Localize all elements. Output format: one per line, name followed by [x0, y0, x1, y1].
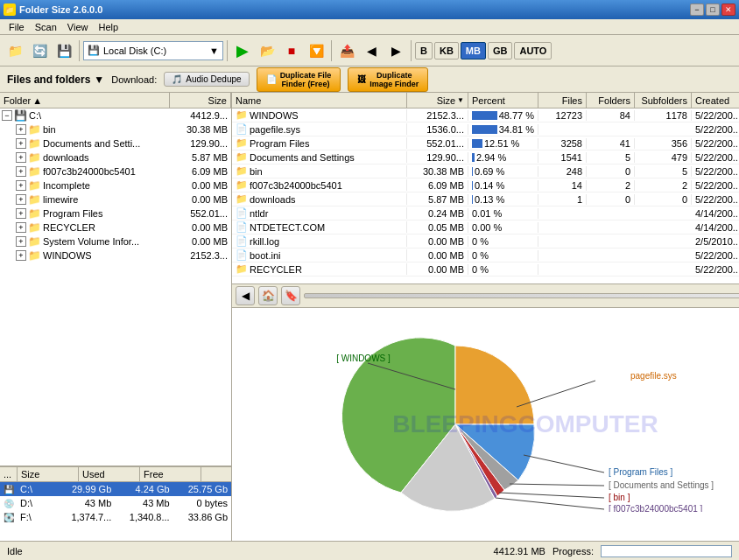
- list-item[interactable]: 📁Documents and Settings 129.90... 2.94 %…: [232, 150, 739, 164]
- tree-item[interactable]: + 📁 Documents and Setti... 129.90...: [0, 136, 231, 150]
- list-col-size[interactable]: Size ▼: [407, 93, 468, 108]
- drive-col-free[interactable]: Free: [140, 467, 201, 481]
- list-item[interactable]: 📁WINDOWS 2152.3... 48.77 % 12723 84 1178…: [232, 108, 739, 122]
- item-size: 5.87 MB: [174, 152, 231, 163]
- tree-expander[interactable]: +: [16, 138, 26, 149]
- toolbar-sep1: [79, 40, 80, 61]
- scroll-bar[interactable]: [304, 293, 739, 298]
- col-files-label: Files: [562, 95, 582, 106]
- list-item[interactable]: 📄ntldr 0.24 MB 0.01 % 4/14/200...: [232, 206, 739, 220]
- tree-item[interactable]: + 📁 downloads 5.87 MB: [0, 150, 231, 164]
- size-btn-auto[interactable]: AUTO: [514, 42, 552, 60]
- tree-expander[interactable]: +: [16, 250, 26, 261]
- drive-item[interactable]: 💽 F:\ 1,374.7... 1,340.8... 33.86 Gb: [0, 510, 231, 524]
- chart-label-docsettings: [ Documents and Settings ]: [609, 480, 714, 490]
- tree-expander[interactable]: +: [16, 194, 26, 205]
- tree-item[interactable]: + 📁 Program Files 552.01...: [0, 206, 231, 220]
- list-col-files[interactable]: Files: [538, 93, 587, 108]
- list-col-name[interactable]: Name: [232, 93, 407, 108]
- item-percent: 0.13 %: [468, 194, 538, 205]
- size-btn-mb[interactable]: MB: [461, 42, 486, 60]
- tree-item[interactable]: + 📁 RECYCLER 0.00 MB: [0, 220, 231, 234]
- nav-home-button[interactable]: 🏠: [258, 286, 278, 305]
- menu-file[interactable]: File: [4, 21, 30, 33]
- tree-col-folder[interactable]: Folder ▲: [0, 93, 170, 108]
- audio-dedupe-label: Audio Dedupe: [186, 74, 241, 84]
- svg-line-1: [517, 381, 595, 407]
- toolbar-back-folder[interactable]: 📁: [4, 39, 26, 62]
- files-folders-arrow[interactable]: ▼: [94, 74, 104, 86]
- drive-item[interactable]: 💾 C:\ 29.99 Gb 4.24 Gb 25.75 Gb: [0, 482, 231, 496]
- size-btn-b[interactable]: B: [415, 42, 433, 60]
- download-text: Download:: [111, 74, 157, 85]
- nav-back-button[interactable]: ◀: [236, 286, 255, 305]
- dropdown-arrow[interactable]: ▼: [209, 46, 219, 56]
- list-item[interactable]: 📄NTDETECT.COM 0.05 MB 0.00 % 4/14/200...: [232, 220, 739, 234]
- drive-col-indicator[interactable]: ...: [0, 467, 18, 481]
- toolbar-export[interactable]: 📤: [335, 39, 358, 62]
- tree-expander[interactable]: +: [16, 124, 26, 135]
- size-btn-kb[interactable]: KB: [434, 42, 459, 60]
- drive-col-used[interactable]: Used: [79, 467, 140, 481]
- toolbar-forward[interactable]: ▶: [384, 39, 407, 62]
- list-item[interactable]: 📄boot.ini 0.00 MB 0 % 5/22/200...: [232, 248, 739, 262]
- maximize-button[interactable]: □: [706, 4, 720, 16]
- duplicate-file-button[interactable]: 📄 Duplicate File Finder (Free): [257, 67, 341, 92]
- tree-item[interactable]: + 📁 limewire 0.00 MB: [0, 192, 231, 206]
- drive-icon: 💿: [4, 499, 20, 508]
- list-col-percent[interactable]: Percent: [468, 93, 538, 108]
- drive-col-size[interactable]: Size: [18, 467, 79, 481]
- tree-expander[interactable]: −: [2, 110, 12, 121]
- toolbar-refresh[interactable]: 🔄: [28, 39, 51, 62]
- toolbar-filter[interactable]: 🔽: [305, 39, 327, 62]
- list-item[interactable]: 📄pagefile.sys 1536.0... 34.81 % 5/22/200…: [232, 122, 739, 136]
- audio-dedupe-button[interactable]: 🎵 Audio Dedupe: [164, 72, 249, 87]
- list-item[interactable]: 📁f007c3b24000bc5401 6.09 MB 0.14 % 14 2 …: [232, 178, 739, 192]
- drive-item[interactable]: 💿 D:\ 43 Mb 43 Mb 0 bytes: [0, 496, 231, 510]
- menu-scan[interactable]: Scan: [30, 21, 62, 33]
- list-item[interactable]: 📁bin 30.38 MB 0.69 % 248 0 5 5/22/200...…: [232, 164, 739, 178]
- tree-item[interactable]: − 💾 C:\ 4412.9...: [0, 108, 231, 122]
- toolbar-play[interactable]: ▶: [231, 39, 254, 62]
- tree-item[interactable]: + 📁 System Volume Infor... 0.00 MB: [0, 234, 231, 248]
- list-col-folders[interactable]: Folders: [587, 93, 635, 108]
- tree-item[interactable]: + 📁 f007c3b24000bc5401 6.09 MB: [0, 164, 231, 178]
- list-item[interactable]: 📁Program Files 552.01... 12.51 % 3258 41…: [232, 136, 739, 150]
- size-btn-gb[interactable]: GB: [488, 42, 513, 60]
- item-icon: 📄: [236, 207, 248, 219]
- tree-expander[interactable]: +: [16, 152, 26, 163]
- list-header: Name Size ▼ Percent Files Folders Subfol…: [232, 93, 739, 108]
- item-subfolders: 5: [635, 166, 692, 177]
- item-percent: 34.81 %: [468, 124, 538, 135]
- drives-panel: ... Size Used Free 💾 C:\ 29.99 Gb 4.24 G…: [0, 466, 231, 541]
- item-name: downloads: [43, 152, 174, 163]
- item-name: rkill.log: [250, 236, 279, 247]
- tree-expander[interactable]: +: [16, 208, 26, 219]
- menu-help[interactable]: Help: [93, 21, 123, 33]
- nav-bookmark-button[interactable]: 🔖: [281, 286, 300, 305]
- toolbar-save[interactable]: 💾: [53, 39, 75, 62]
- list-col-subfolders[interactable]: Subfolders: [635, 93, 692, 108]
- close-button[interactable]: ✕: [721, 4, 735, 16]
- list-col-created[interactable]: Created: [692, 93, 739, 108]
- list-item[interactable]: 📁downloads 5.87 MB 0.13 % 1 0 0 5/22/200…: [232, 192, 739, 206]
- list-item[interactable]: 📄rkill.log 0.00 MB 0 % 2/5/2010...: [232, 234, 739, 248]
- tree-expander[interactable]: +: [16, 236, 26, 247]
- tree-item[interactable]: + 📁 Incomplete 0.00 MB: [0, 178, 231, 192]
- tree-item[interactable]: + 📁 bin 30.38 MB: [0, 122, 231, 136]
- list-item[interactable]: 📁RECYCLER 0.00 MB 0 % 5/22/200...: [232, 262, 739, 276]
- address-bar[interactable]: 💾 Local Disk (C:) ▼: [83, 41, 223, 60]
- tree-expander[interactable]: +: [16, 180, 26, 191]
- tree-expander[interactable]: +: [16, 222, 26, 233]
- minimize-button[interactable]: −: [690, 4, 704, 16]
- duplicate-image-button[interactable]: 🖼 Duplicate Image Finder: [348, 67, 428, 92]
- toolbar-stop[interactable]: ■: [280, 39, 303, 62]
- tree-col-size[interactable]: Size: [170, 93, 231, 108]
- item-name: bin: [43, 124, 174, 135]
- tree-item[interactable]: + 📁 WINDOWS 2152.3...: [0, 248, 231, 262]
- tree-expander[interactable]: +: [16, 166, 26, 177]
- toolbar-open-folder[interactable]: 📂: [256, 39, 278, 62]
- tree-folder-label: Folder: [4, 95, 31, 106]
- toolbar-back[interactable]: ◀: [360, 39, 383, 62]
- menu-view[interactable]: View: [62, 21, 94, 33]
